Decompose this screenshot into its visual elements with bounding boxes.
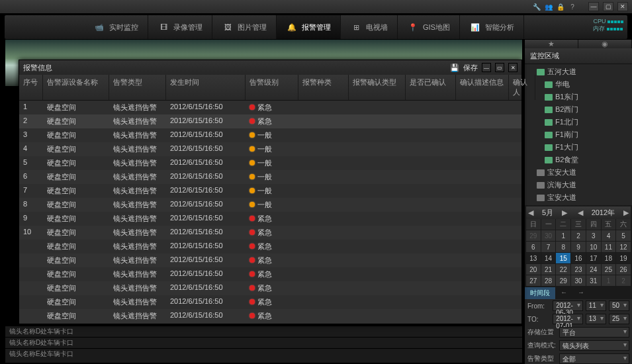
col-header[interactable]: 确认人 [509,75,535,100]
cal-next-year[interactable]: ▶ [621,208,631,217]
table-row[interactable]: 硬盘空间镜头遮挡告警2012/6/15/16:50紧急 [19,240,521,253]
tab-time-range[interactable]: 时间段 [525,287,555,299]
cal-day[interactable]: 5 [616,230,631,241]
cal-day[interactable]: 26 [616,264,631,275]
cal-day[interactable]: 21 [541,264,556,275]
nav-tab-3[interactable]: 🔔报警管理 [277,15,341,39]
cal-day[interactable]: 17 [586,253,601,263]
col-header[interactable]: 告警源设备名称 [43,75,109,100]
to-min[interactable]: 25 [609,314,629,324]
table-row[interactable]: 8硬盘空间镜头遮挡告警2012/6/15/16:50一般 [19,198,521,212]
time-next[interactable]: → [572,287,590,299]
tree-item[interactable]: F1大门 [525,141,632,154]
cal-year[interactable]: 2012年 [592,208,615,218]
cal-day[interactable]: 30 [541,230,556,241]
lock-icon[interactable]: 🔒 [557,3,564,11]
table-row[interactable]: 10硬盘空间镜头遮挡告警2012/6/15/16:50紧急 [19,226,521,240]
tree-item[interactable]: 宝安大道 [525,166,632,179]
cal-day[interactable]: 2 [616,275,631,286]
cal-month[interactable]: 5月 [542,208,553,218]
cal-day[interactable]: 28 [541,275,556,286]
table-row[interactable]: 5硬盘空间镜头遮挡告警2012/6/15/16:50一般 [19,156,521,170]
popup-close[interactable]: ✕ [508,63,518,72]
tree-item[interactable]: F1北门 [525,116,632,128]
cal-day[interactable]: 18 [602,253,616,263]
tree-item[interactable]: B2西门 [525,103,632,116]
nav-tab-4[interactable]: ⊞电视墙 [341,15,398,39]
tree-item[interactable]: 华电 [525,78,632,91]
cal-day[interactable]: 1 [602,275,616,286]
table-row[interactable]: 4硬盘空间镜头遮挡告警2012/6/15/16:50一般 [19,142,521,156]
cal-day[interactable]: 12 [616,242,631,252]
col-header[interactable]: 报警种类 [298,75,349,100]
table-row[interactable]: 1硬盘空间镜头遮挡告警2012/6/15/16:50紧急 [19,101,521,114]
table-row[interactable]: 硬盘空间镜头遮挡告警2012/6/15/16:50紧急 [19,267,521,281]
cal-day[interactable]: 24 [586,264,601,275]
cal-day[interactable]: 1 [556,230,570,241]
cal-day[interactable]: 29 [526,230,541,241]
wrench-icon[interactable]: 🔧 [533,3,541,11]
cal-day[interactable]: 10 [586,242,601,252]
cal-day[interactable]: 11 [602,242,616,252]
tree-item[interactable]: B2食堂 [525,154,632,166]
cal-day[interactable]: 16 [571,253,586,263]
cal-day[interactable]: 27 [526,275,541,286]
popup-minimize[interactable]: — [482,63,491,72]
minimize-button[interactable]: — [588,2,599,11]
nav-tab-5[interactable]: 📍GIS地图 [398,15,460,39]
cal-day[interactable]: 15 [556,253,570,263]
from-min[interactable]: 50 [609,300,629,311]
table-row[interactable]: 7硬盘空间镜头遮挡告警2012/6/15/16:50一般 [19,184,521,198]
col-header[interactable]: 确认描述信息 [456,75,509,100]
col-header[interactable]: 是否已确认 [406,75,456,100]
users-icon[interactable]: 👥 [545,3,553,11]
cal-prev-month[interactable]: ◀ [526,208,535,217]
cal-day[interactable]: 6 [526,242,541,252]
cal-day[interactable]: 29 [556,275,570,286]
table-row[interactable]: 3硬盘空间镜头遮挡告警2012/6/15/16:50一般 [19,128,521,142]
save-icon[interactable]: 💾 [450,64,459,72]
help-icon[interactable]: ? [568,3,576,11]
cal-day[interactable]: 4 [602,230,616,241]
side-tab-camera[interactable]: ◉ [578,40,632,48]
timeline-row[interactable]: 镜头名称E处车辆卡口 [5,348,522,359]
cal-next-month[interactable]: ▶ [560,208,569,217]
nav-tab-6[interactable]: 📊智能分析 [460,15,524,39]
table-row[interactable]: 硬盘空间镜头遮挡告警2012/6/15/16:50紧急 [19,253,521,267]
cal-day[interactable]: 9 [571,242,586,252]
tree-item[interactable]: 滨海大道 [525,179,632,191]
to-hour[interactable]: 13 [586,314,606,324]
nav-tab-2[interactable]: 🖼图片管理 [212,15,277,39]
nav-tab-1[interactable]: 🎞录像管理 [148,15,212,39]
time-prev[interactable]: ← [555,287,572,299]
query-select[interactable]: 镜头列表 [559,340,629,351]
close-button[interactable]: ✕ [617,2,628,11]
table-row[interactable]: 2硬盘空间镜头遮挡告警2012/6/15/16:50紧急 [19,114,521,128]
cal-prev-year[interactable]: ◀ [576,208,585,217]
tree-item[interactable]: 五河大道 [525,66,632,78]
cal-day[interactable]: 2 [571,230,586,241]
store-select[interactable]: 平台 [559,327,629,338]
tree-item[interactable]: 宝安大道 [525,191,632,204]
tree-item[interactable]: B1东门 [525,91,632,103]
to-date[interactable]: 2012-07-01 [553,314,583,324]
cal-day[interactable]: 25 [602,264,616,275]
table-row[interactable]: 6硬盘空间镜头遮挡告警2012/6/15/16:50一般 [19,170,521,184]
cal-day[interactable]: 14 [541,253,556,263]
maximize-button[interactable]: ▢ [603,2,613,11]
from-hour[interactable]: 11 [586,300,606,311]
nav-tab-0[interactable]: 📹实时监控 [84,15,148,39]
tree-item[interactable]: F1南门 [525,128,632,141]
col-header[interactable]: 报警确认类型 [349,75,406,100]
timeline-row[interactable]: 镜头名称D处车辆卡口 [5,326,522,337]
cal-day[interactable]: 3 [586,230,601,241]
cal-day[interactable]: 23 [571,264,586,275]
col-header[interactable]: 序号 [19,75,43,100]
timeline-row[interactable]: 镜头名称D处车辆卡口 [5,337,522,348]
cal-day[interactable]: 30 [571,275,586,286]
cal-day[interactable]: 19 [616,253,631,263]
side-tab-star[interactable]: ★ [525,40,578,48]
cal-day[interactable]: 7 [541,242,556,252]
cal-day[interactable]: 22 [556,264,570,275]
table-row[interactable]: 硬盘空间镜头遮挡告警2012/6/15/16:50紧急 [19,295,521,309]
